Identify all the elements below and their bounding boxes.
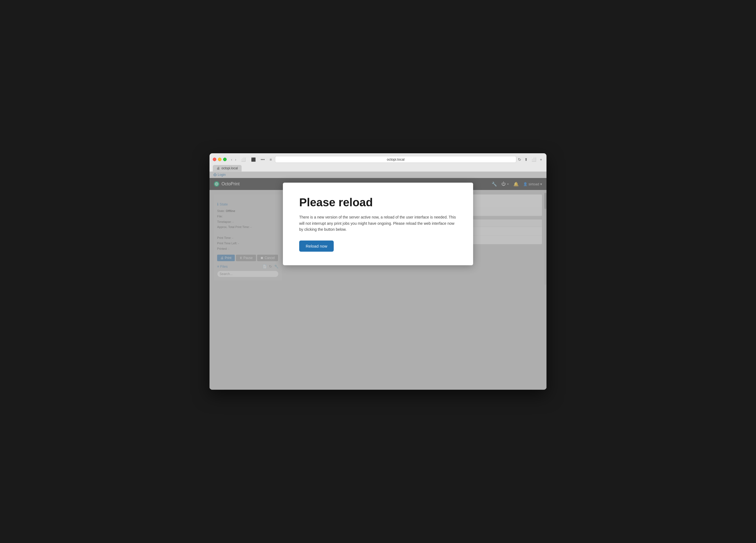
- extensions-icon[interactable]: ⬛: [249, 157, 257, 162]
- new-tab-button[interactable]: +: [539, 157, 543, 162]
- minimize-button[interactable]: [218, 158, 221, 161]
- browser-actions: ⬆ ⬜ +: [523, 157, 543, 162]
- reader-icon[interactable]: ≡: [268, 157, 273, 162]
- duplicate-button[interactable]: ⬜: [530, 157, 537, 162]
- nav-buttons: ‹ ›: [230, 157, 237, 162]
- url-bar[interactable]: octopi.local: [275, 156, 516, 163]
- browser-top-bar: ‹ › ⬜ ⬛ ••• ≡ octopi.local ↻ ⬆ ⬜ +: [213, 156, 543, 163]
- modal-title: Please reload: [299, 196, 457, 209]
- modal-overlay: Please reload There is a new version of …: [210, 172, 546, 390]
- reload-now-button[interactable]: Reload now: [299, 241, 334, 252]
- modal-dialog: Please reload There is a new version of …: [283, 183, 473, 265]
- modal-description: There is a new version of the server act…: [299, 214, 457, 232]
- tab-label: octopi.local: [221, 166, 238, 170]
- close-button[interactable]: [213, 158, 216, 161]
- traffic-lights: [213, 158, 227, 161]
- browser-tab-active[interactable]: 🖨 octopi.local: [213, 165, 242, 171]
- url-text: octopi.local: [387, 157, 405, 161]
- browser-window: ‹ › ⬜ ⬛ ••• ≡ octopi.local ↻ ⬆ ⬜ + 🖨: [210, 153, 546, 390]
- browser-chrome: ‹ › ⬜ ⬛ ••• ≡ octopi.local ↻ ⬆ ⬜ + 🖨: [210, 153, 546, 172]
- tab-icon: 🖨: [217, 166, 220, 170]
- browser-content: ⏻ Login OctoPrint 🔧 ⏻ ▾ 🔔 👤: [210, 172, 546, 390]
- url-bar-section: ⬛ ••• ≡ octopi.local ↻: [249, 156, 521, 163]
- browser-tabs: 🖨 octopi.local: [213, 165, 543, 171]
- forward-button[interactable]: ›: [234, 157, 238, 162]
- more-button[interactable]: •••: [259, 157, 266, 162]
- share-button[interactable]: ⬆: [523, 157, 529, 162]
- sidebar-button[interactable]: ⬜: [239, 157, 247, 162]
- back-button[interactable]: ‹: [230, 157, 233, 162]
- maximize-button[interactable]: [223, 158, 227, 161]
- reload-button[interactable]: ↻: [518, 157, 521, 162]
